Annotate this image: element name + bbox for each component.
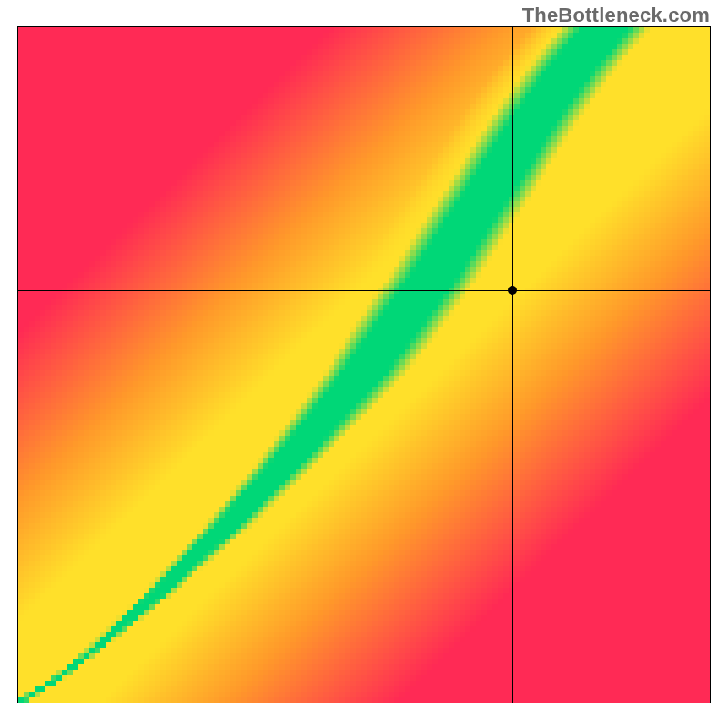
plot-area (18, 27, 710, 703)
crosshair-vertical (512, 27, 513, 703)
watermark-text: TheBottleneck.com (522, 4, 710, 27)
chart-container: TheBottleneck.com (0, 0, 728, 728)
heatmap-canvas (18, 27, 710, 703)
crosshair-horizontal (18, 290, 710, 291)
